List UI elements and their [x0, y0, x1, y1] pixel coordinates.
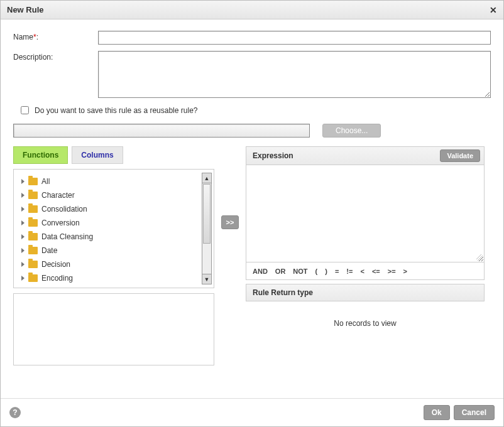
tree-item[interactable]: Consolidation	[16, 202, 211, 216]
choose-button[interactable]: Choose...	[322, 124, 381, 138]
scroll-thumb[interactable]	[203, 184, 211, 244]
chevron-right-icon	[21, 234, 25, 239]
chevron-right-icon	[21, 276, 25, 281]
operator-lte[interactable]: <=	[372, 268, 380, 275]
expression-textarea[interactable]	[246, 165, 485, 262]
folder-icon	[28, 247, 38, 254]
operator-gte[interactable]: >=	[388, 268, 396, 275]
tab-functions[interactable]: Functions	[13, 146, 68, 164]
operator-lt[interactable]: <	[360, 268, 364, 275]
dialog-body: Name*: Description: Do you want to save …	[1, 19, 503, 398]
return-type-header: Rule Return type	[246, 284, 485, 301]
folder-icon	[28, 178, 38, 185]
scroll-up-icon[interactable]: ▲	[202, 173, 211, 183]
resize-grip-icon[interactable]	[476, 254, 483, 261]
name-row: Name*:	[13, 31, 491, 45]
tree-item-label: All	[41, 177, 50, 186]
close-icon[interactable]: ✕	[490, 5, 497, 15]
tree-item[interactable]: Date	[16, 244, 211, 257]
reusable-checkbox[interactable]	[21, 106, 29, 114]
new-rule-dialog: New Rule ✕ Name*: Description: Do you wa…	[0, 0, 504, 427]
tabs: Functions Columns	[13, 146, 214, 164]
return-type-title: Rule Return type	[253, 288, 313, 297]
tree-item-label: Encoding	[41, 274, 73, 283]
functions-tree: All Character Consolidation	[13, 169, 214, 288]
description-row: Description:	[13, 51, 491, 98]
chevron-right-icon	[21, 220, 25, 225]
operator-gt[interactable]: >	[403, 268, 407, 275]
validate-button[interactable]: Validate	[440, 149, 480, 162]
tree-item[interactable]: Encoding	[16, 271, 211, 285]
tree-item[interactable]: All	[16, 175, 211, 188]
chevron-right-icon	[21, 207, 25, 212]
tree-item-label: Conversion	[41, 219, 80, 227]
description-label: Description:	[13, 51, 98, 62]
dialog-titlebar: New Rule ✕	[1, 1, 503, 19]
left-column: Functions Columns All Character	[13, 146, 214, 365]
operator-not[interactable]: NOT	[293, 268, 307, 275]
tree-item[interactable]: Decision	[16, 257, 211, 271]
name-colon: :	[36, 33, 38, 41]
chevron-right-icon	[21, 179, 25, 184]
main-split: Functions Columns All Character	[13, 146, 491, 365]
tree-item-label: Data Cleansing	[41, 232, 93, 241]
details-panel	[13, 293, 214, 365]
folder-icon	[28, 233, 38, 241]
tree-item[interactable]: Data Cleansing	[16, 230, 211, 244]
operator-neq[interactable]: !=	[346, 268, 353, 275]
dialog-title: New Rule	[7, 5, 44, 14]
scroll-down-icon[interactable]: ▼	[202, 274, 211, 284]
tab-columns[interactable]: Columns	[72, 146, 123, 164]
transfer-button[interactable]: >>	[221, 215, 239, 229]
operator-or[interactable]: OR	[275, 268, 286, 275]
footer-buttons: Ok Cancel	[424, 405, 495, 420]
right-column: Expression Validate AND OR NOT ( ) = != …	[246, 146, 485, 345]
help-icon[interactable]: ?	[9, 407, 21, 418]
tree-item[interactable]: Character	[16, 188, 211, 202]
no-records-message: No records to view	[246, 301, 485, 345]
operator-rparen[interactable]: )	[325, 268, 327, 275]
name-input[interactable]	[98, 31, 491, 45]
expression-header: Expression Validate	[246, 146, 485, 165]
folder-icon	[28, 205, 38, 213]
folder-icon	[28, 261, 38, 268]
folder-icon	[28, 192, 38, 199]
folder-icon	[28, 219, 38, 227]
expression-title: Expression	[253, 151, 293, 160]
dialog-footer: ? Ok Cancel	[1, 398, 503, 426]
tree-item-label: Date	[41, 246, 57, 255]
chevron-right-icon	[21, 193, 25, 198]
cancel-button[interactable]: Cancel	[454, 405, 495, 420]
reusable-label: Do you want to save this rule as a reusa…	[35, 106, 197, 115]
chevron-right-icon	[21, 248, 25, 253]
folder-icon	[28, 274, 38, 282]
tree-item-label: Consolidation	[41, 205, 87, 214]
chevron-right-icon	[21, 262, 25, 267]
operator-bar: AND OR NOT ( ) = != < <= >= >	[246, 262, 485, 280]
name-label: Name*:	[13, 31, 98, 41]
operator-and[interactable]: AND	[253, 268, 268, 275]
choose-row: Choose...	[13, 124, 491, 138]
tree-item[interactable]: Conversion	[16, 216, 211, 230]
tree-item-label: Character	[41, 191, 75, 200]
operator-lparen[interactable]: (	[315, 268, 318, 275]
description-textarea[interactable]	[98, 51, 491, 98]
name-label-text: Name	[13, 33, 33, 41]
tree-item-label: Decision	[41, 260, 70, 269]
choose-field[interactable]	[13, 124, 310, 138]
middle-column: >>	[221, 146, 239, 229]
reusable-row: Do you want to save this rule as a reusa…	[18, 104, 491, 116]
ok-button[interactable]: Ok	[424, 405, 450, 420]
operator-eq[interactable]: =	[335, 268, 339, 275]
tree-scrollbar[interactable]: ▲ ▼	[202, 173, 212, 284]
